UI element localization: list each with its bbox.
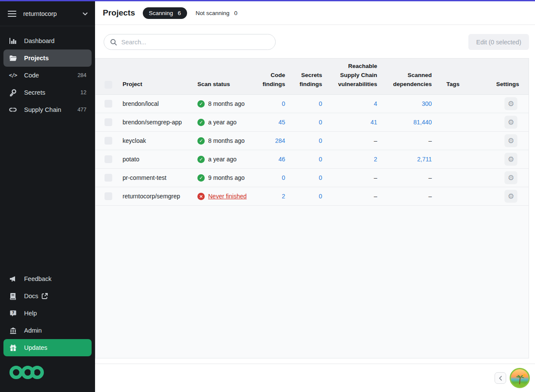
scan-success-icon: ✓ — [197, 137, 205, 145]
sidebar-item-projects[interactable]: Projects — [3, 49, 92, 67]
gear-icon: ⚙ — [507, 174, 514, 182]
reachable-link[interactable]: 4 — [374, 100, 377, 107]
scanned_deps-link[interactable]: 2,711 — [417, 156, 432, 163]
scanned_deps-cell: 300 — [377, 100, 432, 107]
row-settings-button[interactable]: ⚙ — [504, 153, 517, 166]
scanned_deps-empty: – — [428, 193, 432, 200]
scan-status-link[interactable]: Never finished — [208, 193, 247, 200]
scanning-filter-pill[interactable]: Scanning 6 — [143, 7, 187, 19]
sidebar-nav: Dashboard Projects </> Code 284 Secrets … — [0, 26, 95, 118]
project-name: potato — [123, 151, 197, 168]
gear-icon: ⚙ — [507, 119, 514, 126]
row-settings-button[interactable]: ⚙ — [504, 116, 517, 129]
island-avatar[interactable] — [510, 368, 530, 388]
sidebar-item-dashboard[interactable]: Dashboard — [3, 32, 92, 49]
column-header-code_findings: Code findings — [250, 71, 285, 89]
reachable-cell: – — [322, 137, 377, 144]
code_findings-cell: 284 — [250, 137, 285, 144]
hamburger-menu-icon[interactable] — [8, 11, 16, 17]
code_findings-cell: 2 — [250, 193, 285, 200]
sidebar-item-count: 284 — [77, 72, 86, 78]
sidebar-item-count: 477 — [77, 107, 86, 113]
project-name: keycloak — [123, 132, 197, 149]
table-row: returntocorp/semgrep×Never finished20––⚙ — [95, 187, 529, 206]
scanned_deps-link[interactable]: 81,440 — [413, 119, 432, 126]
scanned_deps-link[interactable]: 300 — [422, 100, 432, 107]
scan-status-cell: ✓a year ago — [197, 119, 250, 126]
sidebar-item-label: Updates — [24, 344, 86, 351]
secrets_findings-link[interactable]: 0 — [319, 193, 322, 200]
reachable-link[interactable]: 41 — [370, 119, 377, 126]
project-name: returntocorp/semgrep — [123, 188, 197, 205]
sidebar-item-label: Code — [24, 72, 77, 79]
secrets_findings-link[interactable]: 0 — [319, 156, 322, 163]
scanned_deps-empty: – — [428, 137, 432, 144]
sidebar-item-feedback[interactable]: Feedback — [3, 270, 92, 287]
row-settings-button[interactable]: ⚙ — [504, 190, 517, 203]
reachable-cell: 2 — [322, 156, 377, 163]
code_findings-link[interactable]: 46 — [278, 156, 285, 163]
scan-status-text: a year ago — [208, 156, 237, 163]
code_findings-link[interactable]: 45 — [278, 119, 285, 126]
reachable-link[interactable]: 2 — [374, 156, 377, 163]
secrets_findings-link[interactable]: 0 — [319, 137, 322, 144]
secrets_findings-link[interactable]: 0 — [319, 100, 322, 107]
main-content: Projects Scanning 6 Not scanning 0 Edit … — [95, 1, 535, 392]
row-checkbox[interactable] — [105, 118, 112, 126]
row-checkbox[interactable] — [105, 137, 112, 145]
chevron-left-icon — [498, 376, 503, 381]
sidebar-item-label: Supply Chain — [24, 106, 77, 113]
edit-selected-button[interactable]: Edit (0 selected) — [468, 34, 529, 50]
sidebar-item-supply-chain[interactable]: Supply Chain 477 — [3, 101, 92, 118]
secrets_findings-cell: 0 — [285, 100, 322, 107]
sidebar-item-secrets[interactable]: Secrets 12 — [3, 84, 92, 101]
reachable-empty: – — [374, 137, 377, 144]
org-switcher[interactable]: returntocorp — [0, 1, 95, 26]
scan-success-icon: ✓ — [197, 100, 205, 108]
code-icon: </> — [9, 71, 17, 80]
column-header-scanned_deps: Scanned dependencies — [377, 71, 432, 89]
code_findings-cell: 45 — [250, 119, 285, 126]
row-checkbox[interactable] — [105, 155, 112, 163]
gear-icon: ⚙ — [507, 100, 514, 108]
help-icon: ? — [9, 309, 17, 318]
pagination-prev-button[interactable] — [495, 372, 506, 384]
secrets_findings-cell: 0 — [285, 156, 322, 163]
reachable-cell: – — [322, 174, 377, 181]
palm-tree-icon — [513, 372, 527, 387]
scan-status-text: a year ago — [208, 119, 237, 126]
page-header: Projects Scanning 6 Not scanning 0 — [95, 1, 535, 25]
sidebar-item-admin[interactable]: Admin — [3, 322, 92, 339]
sidebar-item-updates[interactable]: Updates — [3, 339, 92, 356]
secrets_findings-link[interactable]: 0 — [319, 119, 322, 126]
code_findings-cell: 46 — [250, 156, 285, 163]
search-box[interactable] — [104, 34, 276, 50]
project-name: brendon/semgrep-app — [123, 114, 197, 131]
code_findings-link[interactable]: 0 — [282, 174, 285, 181]
secrets_findings-cell: 0 — [285, 193, 322, 200]
row-settings-button[interactable]: ⚙ — [504, 171, 517, 184]
select-all-checkbox[interactable] — [105, 81, 112, 89]
sidebar-item-help[interactable]: ? Help — [3, 305, 92, 322]
row-settings-button[interactable]: ⚙ — [504, 97, 517, 110]
code_findings-link[interactable]: 284 — [275, 137, 285, 144]
search-input[interactable] — [121, 39, 269, 46]
not-scanning-filter[interactable]: Not scanning 0 — [196, 10, 237, 16]
row-checkbox[interactable] — [105, 192, 112, 200]
code_findings-link[interactable]: 0 — [282, 100, 285, 107]
secrets_findings-link[interactable]: 0 — [319, 174, 322, 181]
scanned_deps-cell: 81,440 — [377, 119, 432, 126]
sidebar-item-code[interactable]: </> Code 284 — [3, 67, 92, 84]
project-name: brendon/local — [123, 95, 197, 112]
org-name: returntocorp — [23, 10, 82, 17]
row-settings-button[interactable]: ⚙ — [504, 134, 517, 147]
scan-status-text: 9 months ago — [208, 174, 245, 181]
code_findings-link[interactable]: 2 — [282, 193, 285, 200]
row-checkbox[interactable] — [105, 100, 112, 108]
bank-icon — [9, 326, 17, 335]
external-link-icon — [42, 293, 48, 299]
reachable-empty: – — [374, 174, 377, 181]
sidebar-item-docs[interactable]: Docs — [3, 287, 92, 305]
row-checkbox[interactable] — [105, 174, 112, 182]
table-footer — [95, 364, 535, 392]
